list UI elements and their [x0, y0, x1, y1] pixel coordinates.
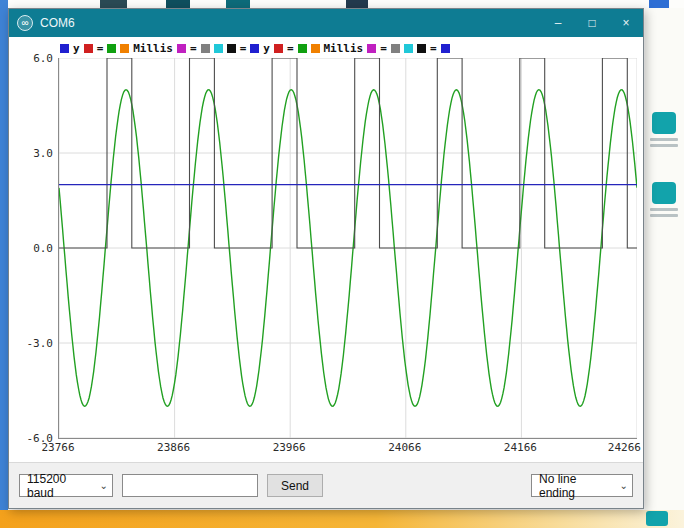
- chevron-down-icon: ⌄: [615, 481, 632, 491]
- y-axis-tick-label: -3.0: [9, 337, 53, 350]
- x-axis-tick-label: 24066: [388, 441, 421, 454]
- titlebar[interactable]: ∞ COM6 – □ ×: [9, 9, 643, 37]
- desktop-shortcut-icon[interactable]: [652, 112, 676, 134]
- legend-label: Millis: [324, 42, 364, 55]
- legend-swatch: [298, 44, 307, 53]
- desktop-shortcut-label: [650, 138, 678, 141]
- serial-plotter-window: ∞ COM6 – □ × y=Millis==y=Millis== 6.03.0…: [8, 8, 644, 509]
- serial-message-input[interactable]: [122, 474, 258, 497]
- line-ending-select[interactable]: No line ending ⌄: [531, 474, 633, 497]
- legend-swatch: [404, 44, 413, 53]
- desktop-shortcut-icon[interactable]: [652, 182, 676, 204]
- y-axis-tick-label: 0.0: [9, 242, 53, 255]
- desktop-wallpaper-left-strip: [0, 0, 8, 528]
- legend-swatch: [250, 44, 259, 53]
- desktop-right-strip: [645, 8, 684, 510]
- legend-label: Millis: [133, 42, 173, 55]
- serial-controls-bar: 115200 baud ⌄ Send No line ending ⌄: [9, 462, 643, 508]
- plot-area: [58, 58, 637, 439]
- legend-label: =: [240, 42, 247, 55]
- legend-swatch: [214, 44, 223, 53]
- legend-swatch: [391, 44, 400, 53]
- window-title: COM6: [40, 16, 75, 30]
- legend-label: y: [263, 42, 270, 55]
- x-axis-tick-label: 23766: [41, 441, 74, 454]
- desktop-icon-fragment: [646, 511, 668, 526]
- legend-swatch: [417, 44, 426, 53]
- x-axis-tick-label: 23866: [157, 441, 190, 454]
- legend-swatch: [107, 44, 116, 53]
- chevron-down-icon: ⌄: [95, 481, 112, 491]
- arduino-logo-icon: ∞: [17, 15, 33, 31]
- desktop-icon-fragment: [346, 0, 368, 8]
- legend-label: =: [287, 42, 294, 55]
- maximize-button[interactable]: □: [575, 9, 609, 37]
- desktop-screen: ∞ COM6 – □ × y=Millis==y=Millis== 6.03.0…: [0, 0, 684, 528]
- x-axis-tick-label: 24166: [504, 441, 537, 454]
- line-ending-value: No line ending: [539, 472, 615, 500]
- legend-swatch: [201, 44, 210, 53]
- legend-swatch: [367, 44, 376, 53]
- legend-label: y: [73, 42, 80, 55]
- desktop-top-strip: [8, 0, 684, 8]
- legend-swatch: [177, 44, 186, 53]
- y-axis-tick-label: 6.0: [9, 52, 53, 65]
- plotter-content: y=Millis==y=Millis== 6.03.00.0-3.0-6.023…: [9, 37, 643, 508]
- x-axis-tick-label: 23966: [273, 441, 306, 454]
- baud-rate-select[interactable]: 115200 baud ⌄: [19, 474, 113, 497]
- close-button[interactable]: ×: [609, 9, 643, 37]
- legend-label: =: [97, 42, 104, 55]
- legend-swatch: [120, 44, 129, 53]
- window-controls: – □ ×: [541, 9, 643, 37]
- legend-swatch: [84, 44, 93, 53]
- legend-swatch: [274, 44, 283, 53]
- waveform-chart: [59, 58, 637, 438]
- desktop-shortcut-label: [650, 208, 678, 211]
- y-axis-tick-label: -6.0: [9, 432, 53, 445]
- legend-swatch: [227, 44, 236, 53]
- minimize-button[interactable]: –: [541, 9, 575, 37]
- baud-rate-value: 115200 baud: [27, 472, 95, 500]
- legend-label: =: [190, 42, 197, 55]
- desktop-icon-fragment: [649, 0, 669, 8]
- desktop-icon-fragment: [100, 0, 127, 8]
- x-axis-tick-label: 24266: [608, 441, 641, 454]
- desktop-shortcut-label: [650, 214, 678, 217]
- desktop-shortcut-label: [650, 144, 678, 147]
- desktop-bottom-strip: [0, 510, 684, 528]
- legend-swatch: [60, 44, 69, 53]
- legend-swatch: [441, 44, 450, 53]
- desktop-icon-fragment: [166, 0, 190, 8]
- legend-label: =: [380, 42, 387, 55]
- plot-legend: y=Millis==y=Millis==: [58, 42, 452, 54]
- desktop-icon-fragment: [226, 0, 250, 8]
- y-axis-tick-label: 3.0: [9, 147, 53, 160]
- legend-label: =: [430, 42, 437, 55]
- legend-swatch: [311, 44, 320, 53]
- send-button[interactable]: Send: [267, 474, 323, 497]
